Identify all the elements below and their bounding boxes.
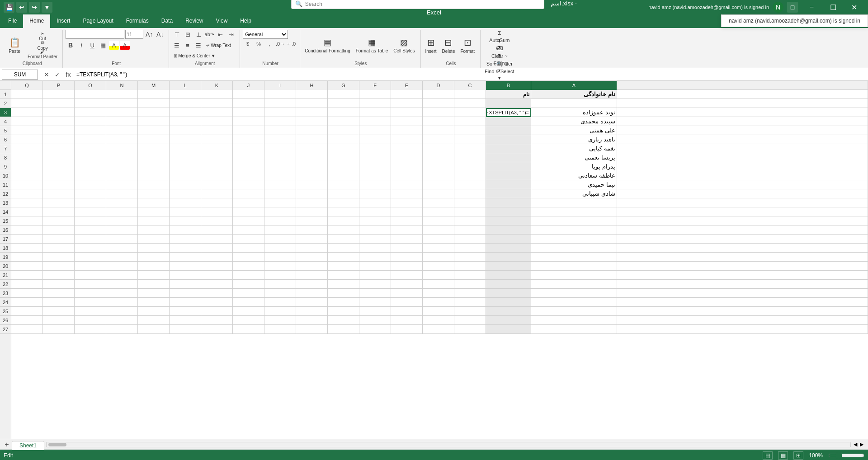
cell-I5[interactable] (264, 126, 296, 135)
cell-A21[interactable] (531, 271, 617, 280)
cell-O8[interactable] (75, 153, 106, 162)
cell-M6[interactable] (138, 135, 170, 144)
cell-K18[interactable] (201, 244, 233, 253)
cell-extra-3[interactable] (617, 108, 868, 117)
cell-B15[interactable] (486, 216, 531, 225)
cell-D24[interactable] (423, 298, 454, 307)
cell-G25[interactable] (328, 307, 359, 316)
cell-N20[interactable] (106, 262, 138, 271)
cell-P11[interactable] (43, 180, 75, 189)
conditional-formatting-button[interactable]: ▤ Conditional Formatting (303, 33, 352, 58)
cell-I10[interactable] (264, 171, 296, 180)
cell-F4[interactable] (359, 117, 391, 126)
cell-Q11[interactable] (11, 180, 43, 189)
cell-E17[interactable] (391, 235, 423, 244)
font-name-input[interactable] (66, 30, 124, 39)
cell-I27[interactable] (264, 325, 296, 334)
cell-I21[interactable] (264, 271, 296, 280)
cell-I9[interactable] (264, 162, 296, 171)
cell-O9[interactable] (75, 162, 106, 171)
row-header-24[interactable]: 24 (0, 298, 11, 307)
cell-E21[interactable] (391, 271, 423, 280)
cell-G8[interactable] (328, 153, 359, 162)
cell-B4[interactable] (486, 117, 531, 126)
cell-extra-11[interactable] (617, 180, 868, 189)
cell-H6[interactable] (296, 135, 328, 144)
cell-extra-19[interactable] (617, 253, 868, 262)
cell-extra-23[interactable] (617, 289, 868, 298)
cell-B5[interactable] (486, 126, 531, 135)
cell-L14[interactable] (170, 207, 201, 216)
cell-B11[interactable] (486, 180, 531, 189)
cell-Q1[interactable] (11, 90, 43, 99)
cell-O11[interactable] (75, 180, 106, 189)
clear-button[interactable]: ⌫ Clear ~ (483, 45, 515, 52)
cell-P15[interactable] (43, 216, 75, 225)
tab-page-layout[interactable]: Page Layout (76, 14, 119, 28)
cell-E4[interactable] (391, 117, 423, 126)
cell-A7[interactable]: نغمه کیایی (531, 144, 617, 153)
cell-B14[interactable] (486, 207, 531, 216)
cell-L3[interactable] (170, 108, 201, 117)
tab-review[interactable]: Review (179, 14, 209, 28)
cell-H7[interactable] (296, 144, 328, 153)
cell-D10[interactable] (423, 171, 454, 180)
cell-J17[interactable] (233, 235, 264, 244)
cell-N3[interactable] (106, 108, 138, 117)
cell-N10[interactable] (106, 171, 138, 180)
cell-O25[interactable] (75, 307, 106, 316)
cell-extra-5[interactable] (617, 126, 868, 135)
cell-L21[interactable] (170, 271, 201, 280)
cell-H18[interactable] (296, 244, 328, 253)
cell-P3[interactable] (43, 108, 75, 117)
align-left-button[interactable]: ☰ (172, 41, 182, 50)
cell-N7[interactable] (106, 144, 138, 153)
cell-K14[interactable] (201, 207, 233, 216)
cell-M7[interactable] (138, 144, 170, 153)
cell-J3[interactable] (233, 108, 264, 117)
cell-J6[interactable] (233, 135, 264, 144)
cell-G7[interactable] (328, 144, 359, 153)
cell-H3[interactable] (296, 108, 328, 117)
cell-P13[interactable] (43, 198, 75, 207)
cell-I3[interactable] (264, 108, 296, 117)
tab-data[interactable]: Data (155, 14, 179, 28)
cell-O27[interactable] (75, 325, 106, 334)
user-avatar[interactable]: N (773, 2, 783, 13)
cell-C25[interactable] (454, 307, 486, 316)
cell-G27[interactable] (328, 325, 359, 334)
cell-P25[interactable] (43, 307, 75, 316)
cell-G2[interactable] (328, 99, 359, 108)
save-icon[interactable]: 💾 (4, 2, 14, 13)
cell-I23[interactable] (264, 289, 296, 298)
cell-L4[interactable] (170, 117, 201, 126)
cell-P8[interactable] (43, 153, 75, 162)
cell-J12[interactable] (233, 189, 264, 198)
cell-O2[interactable] (75, 99, 106, 108)
cell-B16[interactable] (486, 225, 531, 235)
cell-G21[interactable] (328, 271, 359, 280)
cell-M16[interactable] (138, 225, 170, 235)
row-header-5[interactable]: 5 (0, 126, 11, 135)
cell-J14[interactable] (233, 207, 264, 216)
cell-E24[interactable] (391, 298, 423, 307)
cell-F14[interactable] (359, 207, 391, 216)
cell-N27[interactable] (106, 325, 138, 334)
row-header-14[interactable]: 14 (0, 207, 11, 216)
normal-view-button[interactable]: ▤ (763, 451, 773, 460)
insert-function-button[interactable]: fx (64, 70, 73, 79)
cell-I6[interactable] (264, 135, 296, 144)
cell-M14[interactable] (138, 207, 170, 216)
cell-A5[interactable]: علی همتی (531, 126, 617, 135)
cell-B2[interactable] (486, 99, 531, 108)
cell-M8[interactable] (138, 153, 170, 162)
page-break-view-button[interactable]: ⊞ (793, 451, 803, 460)
cell-D23[interactable] (423, 289, 454, 298)
cell-C6[interactable] (454, 135, 486, 144)
cell-H25[interactable] (296, 307, 328, 316)
sheet-tab-sheet1[interactable]: Sheet1 (12, 441, 44, 450)
cell-F5[interactable] (359, 126, 391, 135)
cell-Q13[interactable] (11, 198, 43, 207)
cell-I20[interactable] (264, 262, 296, 271)
formula-input[interactable] (75, 70, 866, 80)
